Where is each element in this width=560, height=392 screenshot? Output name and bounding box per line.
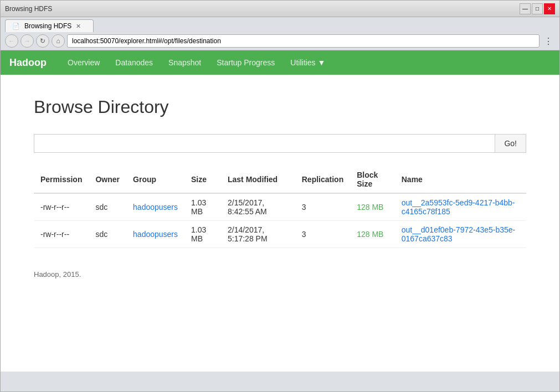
nav-startup-progress[interactable]: Startup Progress	[209, 51, 282, 74]
block-size-link[interactable]: 128 MB	[357, 203, 383, 212]
file-link[interactable]: out__2a5953fc-5ed9-4217-b4bb-c4165c78f18…	[402, 198, 515, 216]
nav-snapshot[interactable]: Snapshot	[161, 51, 209, 74]
cell-replication: 3	[295, 193, 350, 221]
file-link[interactable]: out__d01ef0eb-7972-43e5-b35e-0167ca637c8…	[402, 225, 516, 243]
tab-close-button[interactable]: ✕	[76, 23, 81, 30]
col-group: Group	[126, 166, 184, 193]
cell-size: 1.03 MB	[184, 221, 221, 248]
col-replication: Replication	[295, 166, 350, 193]
cell-block-size: 128 MB	[350, 193, 395, 221]
refresh-button[interactable]: ↻	[36, 34, 49, 48]
col-block-size: Block Size	[350, 166, 395, 193]
browser-window: Browsing HDFS — □ ✕ 📄 Browsing HDFS ✕ ← …	[0, 0, 560, 392]
minimize-button[interactable]: —	[520, 3, 531, 14]
browser-menu-button[interactable]: ⋮	[542, 36, 555, 47]
table-row: -rw-r--r-- sdc hadoopusers 1.03 MB 2/14/…	[34, 221, 526, 248]
table-header-row: Permission Owner Group Size Last Modifie…	[34, 166, 526, 193]
cell-name: out__d01ef0eb-7972-43e5-b35e-0167ca637c8…	[395, 221, 526, 248]
address-bar-row: ← → ↻ ⌂ localhost:50070/explorer.html#/o…	[1, 32, 559, 50]
main-content: Browse Directory /opt/files/destination …	[1, 75, 559, 301]
cell-owner: sdc	[89, 193, 126, 221]
nav-utilities[interactable]: Utilities ▼	[282, 51, 333, 74]
address-input[interactable]: localhost:50070/explorer.html#/opt/files…	[67, 34, 540, 48]
window-controls: — □ ✕	[520, 3, 555, 14]
nav-datanodes[interactable]: Datanodes	[107, 51, 161, 74]
cell-block-size: 128 MB	[350, 221, 395, 248]
page-content: Hadoop Overview Datanodes Snapshot Start…	[1, 50, 559, 372]
tab-favicon: 📄	[12, 23, 20, 30]
cell-permission: -rw-r--r--	[34, 193, 89, 221]
block-size-link[interactable]: 128 MB	[357, 230, 383, 239]
chevron-down-icon: ▼	[317, 58, 325, 67]
cell-last-modified: 2/15/2017, 8:42:55 AM	[221, 193, 295, 221]
group-link[interactable]: hadoopusers	[133, 203, 178, 212]
col-permission: Permission	[34, 166, 89, 193]
forward-button[interactable]: →	[20, 34, 34, 48]
col-owner: Owner	[89, 166, 126, 193]
navbar: Hadoop Overview Datanodes Snapshot Start…	[1, 50, 559, 75]
utilities-label: Utilities	[290, 58, 315, 67]
page-title: Browse Directory	[34, 97, 526, 117]
path-bar: /opt/files/destination Go!	[34, 134, 526, 153]
cell-last-modified: 2/14/2017, 5:17:28 PM	[221, 221, 295, 248]
cell-group: hadoopusers	[126, 193, 184, 221]
cell-group: hadoopusers	[126, 221, 184, 248]
home-button[interactable]: ⌂	[52, 34, 65, 48]
navbar-brand: Hadoop	[9, 57, 47, 69]
tab-bar: 📄 Browsing HDFS ✕	[1, 17, 559, 32]
table-row: -rw-r--r-- sdc hadoopusers 1.03 MB 2/15/…	[34, 193, 526, 221]
back-button[interactable]: ←	[5, 34, 18, 48]
cell-size: 1.03 MB	[184, 193, 221, 221]
close-button[interactable]: ✕	[544, 3, 555, 14]
cell-replication: 3	[295, 221, 350, 248]
cell-name: out__2a5953fc-5ed9-4217-b4bb-c4165c78f18…	[395, 193, 526, 221]
files-table: Permission Owner Group Size Last Modifie…	[34, 166, 526, 248]
window-title: Browsing HDFS	[5, 5, 52, 13]
tab-title: Browsing HDFS	[24, 22, 71, 30]
col-last-modified: Last Modified	[221, 166, 295, 193]
title-bar: Browsing HDFS — □ ✕	[1, 1, 559, 17]
maximize-button[interactable]: □	[532, 3, 543, 14]
path-input[interactable]: /opt/files/destination	[34, 134, 495, 153]
col-size: Size	[184, 166, 221, 193]
go-button[interactable]: Go!	[495, 134, 526, 153]
cell-permission: -rw-r--r--	[34, 221, 89, 248]
active-tab[interactable]: 📄 Browsing HDFS ✕	[5, 19, 94, 32]
col-name: Name	[395, 166, 526, 193]
nav-overview[interactable]: Overview	[60, 51, 107, 74]
group-link[interactable]: hadoopusers	[133, 230, 178, 239]
cell-owner: sdc	[89, 221, 126, 248]
footer-text: Hadoop, 2015.	[34, 270, 526, 278]
